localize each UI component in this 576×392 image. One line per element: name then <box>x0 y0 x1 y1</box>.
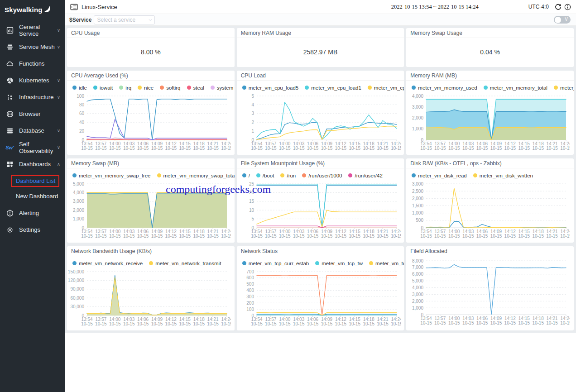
svg-text:14:0310-15: 14:0310-15 <box>293 317 305 326</box>
cloud-icon <box>6 60 14 67</box>
svg-text:14:1810-15: 14:1810-15 <box>533 141 544 151</box>
refresh-icon[interactable] <box>554 3 562 11</box>
sidebar-submenu: Dashboard ListNew Dashboard <box>0 172 65 205</box>
legend-item-meter-vm-cpu-load5[interactable]: meter_vm_cpu_load5 <box>242 85 299 91</box>
sidebar-item-dashboard-list[interactable]: Dashboard List <box>11 175 65 187</box>
legend-label: meter_vm_memory_total <box>490 85 547 91</box>
legend-item-meter-vm-cpu-load1[interactable]: meter_vm_cpu_load1 <box>305 85 361 91</box>
svg-text:13:5710-15: 13:5710-15 <box>265 229 277 239</box>
legend-item-meter-vm-disk-written[interactable]: meter_vm_disk_written <box>473 173 533 178</box>
svg-text:14:1210-15: 14:1210-15 <box>504 316 516 325</box>
sidebar-collapse-icon[interactable] <box>70 3 78 11</box>
sidebar-item-self-observability[interactable]: SwʹSelf Observability∨ <box>0 139 65 156</box>
legend-item-steal[interactable]: steal <box>187 85 204 91</box>
svg-text:10: 10 <box>249 208 254 213</box>
svg-text:14:0910-15: 14:0910-15 <box>321 317 332 326</box>
topbar: Linux-Service 2022-10-15 13:54 ~ 2022-10… <box>65 0 576 14</box>
legend-label: softirq <box>166 85 180 91</box>
svg-text:13:5410-15: 13:5410-15 <box>81 317 93 326</box>
legend-dot <box>315 261 319 265</box>
svg-text:14:1510-15: 14:1510-15 <box>349 141 360 151</box>
legend-item-meter-vm-tcp-curr-estab[interactable]: meter_vm_tcp_curr_estab <box>242 261 309 266</box>
sidebar-item-database[interactable]: Database∨ <box>0 122 65 139</box>
legend-label: meter_vm_network_receive <box>79 261 143 266</box>
svg-text:14:2110-15: 14:2110-15 <box>547 316 558 325</box>
sidebar-item-general-service[interactable]: General Service∨ <box>0 22 65 38</box>
svg-text:14:0310-15: 14:0310-15 <box>123 229 135 239</box>
logo-text: Skywalking <box>5 6 43 14</box>
chart-legend: meter_vm_memory_swap_freemeter_vm_memory… <box>67 168 235 179</box>
kubernetes-icon <box>6 76 14 84</box>
legend-label: meter_vm_tcp_a <box>375 261 404 266</box>
svg-text:14:1810-15: 14:1810-15 <box>193 229 205 239</box>
legend-item-nice[interactable]: nice <box>138 85 154 91</box>
svg-text:20: 20 <box>79 129 85 134</box>
svg-text:6,000: 6,000 <box>412 272 423 277</box>
card-network-bandwidth-usage-kb-s: Network Bandwidth Usage (KB/s)meter_vm_n… <box>67 246 235 330</box>
sidebar-item-infrastructure[interactable]: Infrastructure∨ <box>0 89 65 105</box>
legend-dot <box>484 86 488 90</box>
sidebar-item-new-dashboard[interactable]: New Dashboard <box>0 190 65 203</box>
card-network-status: Network Statusmeter_vm_tcp_curr_estabmet… <box>237 246 404 330</box>
legend-item-meter-vm-memory-swap-total[interactable]: meter_vm_memory_swap_total <box>157 173 235 178</box>
legend-item-meter-vm-memory-swap-free[interactable]: meter_vm_memory_swap_free <box>72 173 151 178</box>
sidebar-item-service-mesh[interactable]: Service Mesh∨ <box>0 38 65 55</box>
card-cpu-average-used: CPU Average Used (%)idleiowaitirqnicesof… <box>67 71 235 155</box>
sidebar-item-alerting[interactable]: Alerting <box>0 205 65 221</box>
svg-text:14:2410-15: 14:2410-15 <box>391 141 401 151</box>
legend-label: meter_vm_tcp_curr_estab <box>249 261 309 266</box>
sidebar-item-kubernetes[interactable]: Kubernetes∨ <box>0 72 65 89</box>
legend-item-meter-vm-memory-total[interactable]: meter_vm_memory_total <box>484 85 547 91</box>
svg-text:14:0310-15: 14:0310-15 <box>123 317 135 326</box>
legend-item-[interactable]: / <box>242 173 250 178</box>
legend-item-meter-vm-memory-used[interactable]: meter_vm_memory_used <box>412 85 477 91</box>
info-icon[interactable] <box>564 3 571 11</box>
svg-text:14:0610-15: 14:0610-15 <box>137 317 149 326</box>
legend-item-meter-vm-disk-read[interactable]: meter_vm_disk_read <box>412 173 466 178</box>
legend-item-run[interactable]: /run <box>280 173 296 178</box>
time-range[interactable]: 2022-10-15 13:54 ~ 2022-10-15 14:24 <box>391 4 479 10</box>
svg-text:14:1810-15: 14:1810-15 <box>193 317 205 326</box>
svg-text:14:1210-15: 14:1210-15 <box>504 229 516 239</box>
legend-dot <box>412 86 416 90</box>
svg-text:13:5410-15: 13:5410-15 <box>421 316 432 325</box>
svg-text:14:0610-15: 14:0610-15 <box>137 229 149 239</box>
svg-text:14:1810-15: 14:1810-15 <box>363 317 374 326</box>
svg-text:14:0910-15: 14:0910-15 <box>490 141 502 151</box>
legend-item-idle[interactable]: idle <box>72 85 87 91</box>
chart-legend: //boot/run/run/user/1000/run/user/42 <box>237 168 404 179</box>
legend-item-meter-vm-network-receive[interactable]: meter_vm_network_receive <box>72 261 143 266</box>
svg-text:13:5710-15: 13:5710-15 <box>434 141 446 151</box>
view-toggle[interactable]: V <box>554 16 571 24</box>
legend-dot <box>187 86 191 90</box>
card-title: Disk R/W (KB/s - OTEL, ops - Zabbix) <box>406 158 574 168</box>
legend-item-run-user-1000[interactable]: /run/user/1000 <box>302 173 342 178</box>
legend-item-iowait[interactable]: iowait <box>93 85 113 91</box>
legend-item-meter-vm-cpu-load15[interactable]: meter_vm_cpu_load15 <box>368 85 404 91</box>
legend-item-meter-vm-tcp-a[interactable]: meter_vm_tcp_a <box>369 261 404 266</box>
chevron-down-icon: ⌵ <box>149 17 152 22</box>
svg-text:2,000: 2,000 <box>412 196 423 201</box>
legend-item-irq[interactable]: irq <box>119 85 131 91</box>
svg-text:14:2410-15: 14:2410-15 <box>221 141 231 151</box>
legend-item-run-user-42[interactable]: /run/user/42 <box>348 173 382 178</box>
legend-item-meter-vm[interactable]: meter_vm <box>554 85 574 91</box>
legend-item-boot[interactable]: /boot <box>256 173 274 178</box>
chart-legend: meter_vm_cpu_load5meter_vm_cpu_load1mete… <box>237 81 404 91</box>
legend-item-meter-vm-tcp-tw[interactable]: meter_vm_tcp_tw <box>315 261 363 266</box>
legend-item-meter-vm-network-transmit[interactable]: meter_vm_network_transmit <box>149 261 221 266</box>
legend-item-system[interactable]: system <box>211 85 233 91</box>
legend-item-softirq[interactable]: softirq <box>160 85 180 91</box>
service-variable-label: $Service <box>69 17 91 23</box>
svg-text:14:2410-15: 14:2410-15 <box>221 317 231 326</box>
legend-dot <box>412 173 416 177</box>
card-memory-ram-mb: Memory RAM (MB)meter_vm_memory_usedmeter… <box>406 71 574 155</box>
sidebar-item-dashboards[interactable]: Dashboards∧ <box>0 156 65 172</box>
svg-text:14:0910-15: 14:0910-15 <box>490 229 502 239</box>
card-title: CPU Average Used (%) <box>67 71 235 81</box>
sidebar-item-settings[interactable]: Settings <box>0 221 65 238</box>
service-select[interactable]: Select a service ⌵ <box>94 15 155 24</box>
sidebar-item-functions[interactable]: Functions <box>0 55 65 72</box>
sidebar-item-browser[interactable]: Browser <box>0 105 65 122</box>
card-value: 0.04 % <box>406 38 574 66</box>
